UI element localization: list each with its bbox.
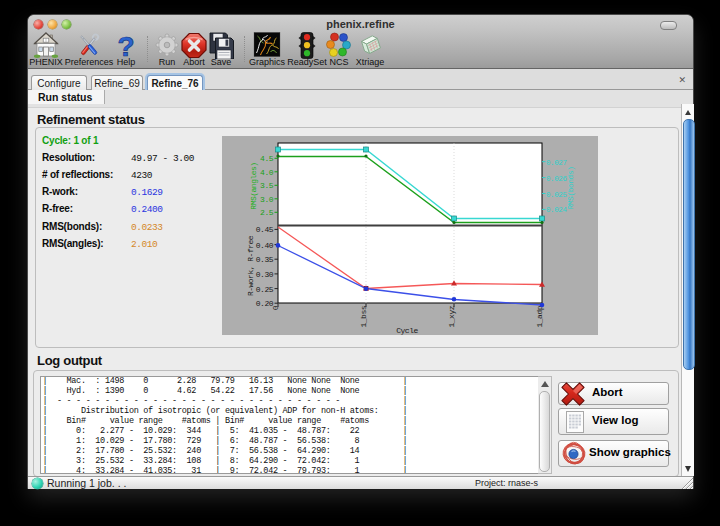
svg-text:3.0: 3.0 [260, 195, 274, 204]
svg-text:2.5: 2.5 [260, 208, 274, 217]
svg-text:0.40: 0.40 [256, 241, 274, 250]
svg-text:0.025: 0.025 [546, 191, 567, 199]
svg-text:0.35: 0.35 [256, 255, 274, 264]
svg-text:4.0: 4.0 [260, 168, 274, 177]
svg-text:0.45: 0.45 [256, 225, 274, 234]
svg-text:?: ? [117, 32, 134, 59]
svg-text:R-work, R-free: R-work, R-free [246, 235, 255, 296]
svg-text:1_adp: 1_adp [535, 305, 544, 327]
svg-text:4.5: 4.5 [260, 154, 274, 163]
svg-text:3.5: 3.5 [260, 181, 274, 190]
svg-text:0.30: 0.30 [256, 270, 274, 279]
svg-text:0.027: 0.027 [546, 159, 567, 167]
svg-text:0: 0 [271, 305, 280, 310]
svg-text:Cycle: Cycle [396, 326, 418, 335]
svg-text:RMS(angles): RMS(angles) [249, 162, 258, 209]
svg-text:RMS(bonds): RMS(bonds) [566, 166, 575, 209]
svg-text:0.026: 0.026 [546, 175, 567, 183]
svg-text:0.024: 0.024 [546, 206, 567, 214]
svg-text:1_bss: 1_bss [359, 305, 368, 327]
svg-text:0.25: 0.25 [256, 285, 274, 294]
svg-text:1_xyz: 1_xyz [447, 305, 456, 327]
